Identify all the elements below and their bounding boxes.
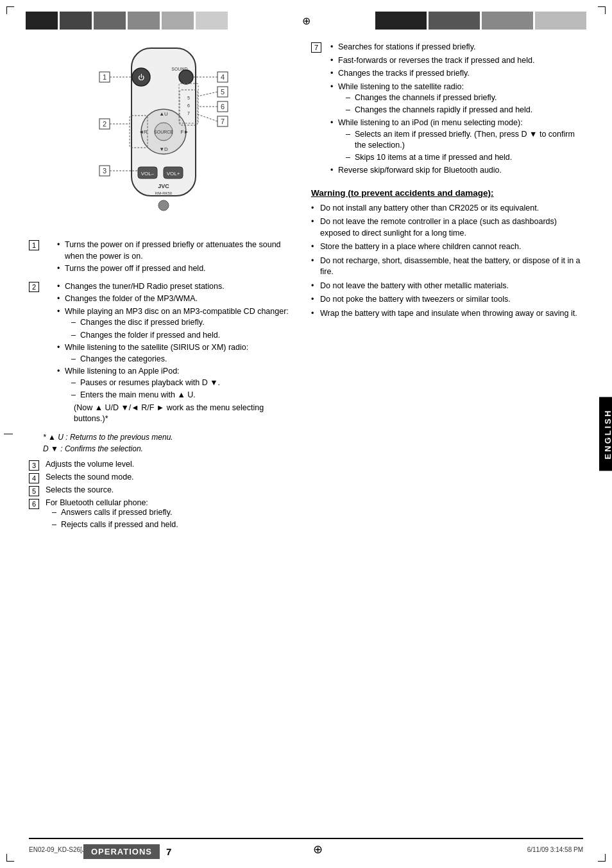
item-2-section: 2 Changes the tuner/HD Radio preset stat… (29, 281, 298, 426)
item-4-text: Selects the sound mode. (46, 473, 134, 482)
simple-items: 3 Adjusts the volume level. 4 Selects th… (29, 460, 298, 532)
warning-item: Do not recharge, short, disassemble, hea… (311, 256, 583, 278)
bottom-center: ⊕ (313, 842, 323, 856)
side-mark-left (4, 434, 13, 435)
operations-badge: OPERATIONS (83, 844, 160, 859)
corner-mark-bl (6, 854, 14, 862)
svg-text:◄R: ◄R (139, 129, 148, 135)
warning-title: Warning (to prevent accidents and damage… (311, 188, 583, 198)
top-bar: ⊕ (26, 12, 586, 30)
item-5-text: Selects the source. (46, 485, 114, 494)
num-box-3: 3 (29, 460, 39, 471)
remote-diagram: ⏻ SOUND SOURCE ◄R (80, 42, 247, 228)
list-item: While listening to an Apple iPod: Pauses… (57, 366, 298, 425)
item-4: 4 Selects the sound mode. (29, 473, 298, 483)
sub-list-item: Changes the channels if pressed briefly. (346, 92, 583, 104)
color-block-3 (94, 12, 126, 30)
warning-item: Wrap the battery with tape and insulate … (311, 308, 583, 320)
svg-text:VOL+: VOL+ (167, 171, 180, 177)
item-6-subs: Answers calls if pressed briefly. Reject… (52, 507, 178, 531)
list-item: Turns the power off if pressed and held. (57, 263, 298, 275)
sub-list-item: Changes the disc if pressed briefly. (71, 317, 298, 329)
now-line: (Now ▲ U/D ▼/◄ R/F ► work as the menu se… (65, 403, 298, 425)
warning-item: Do not leave the remote controller in a … (311, 216, 583, 239)
list-item: Changes the tracks if pressed briefly. (330, 68, 583, 80)
item-2-sub1: Changes the disc if pressed briefly. Cha… (71, 317, 298, 341)
svg-text:7: 7 (221, 117, 225, 125)
warning-item: Do not install any battery other than CR… (311, 203, 583, 214)
main-content: ⏻ SOUND SOURCE ◄R (29, 42, 583, 833)
num-box-4: 4 (29, 473, 39, 483)
sub-list-item: Selects an item if pressed briefly. (The… (346, 129, 583, 152)
num-box-7: 7 (311, 42, 321, 53)
svg-line-42 (198, 92, 217, 96)
footnote-line2: D ▼ : Confirms the selection. (43, 443, 298, 455)
list-item: Searches for stations if pressed briefly… (330, 42, 583, 53)
item-6-text: For Bluetooth cellular phone: (46, 498, 178, 507)
list-item: Changes the folder of the MP3/WMA. (57, 293, 298, 305)
svg-text:5: 5 (221, 88, 225, 96)
list-item: While listening to the satellite (SIRIUS… (57, 342, 298, 365)
item-6-content: For Bluetooth cellular phone: Answers ca… (46, 498, 178, 532)
list-item: While listening to an iPod (in menu sele… (330, 117, 583, 163)
footnote-section: * ▲ U : Returns to the previous menu. D … (43, 431, 298, 455)
item-7-section: 7 Searches for stations if pressed brief… (311, 42, 583, 178)
item-3-text: Adjusts the volume level. (46, 460, 134, 469)
color-block-r1 (375, 12, 427, 30)
svg-line-44 (198, 114, 217, 121)
svg-text:2: 2 (103, 120, 106, 128)
corner-mark-br (598, 854, 606, 862)
item-1: 1 Turns the power on if pressed briefly … (29, 239, 298, 276)
color-block-1 (26, 12, 58, 30)
list-item: While listening to the satellite radio: … (330, 82, 583, 116)
num-box-1: 1 (29, 240, 39, 250)
item-7-bullets: Searches for stations if pressed briefly… (330, 42, 583, 177)
svg-text:F►: F► (181, 129, 189, 135)
warning-list: Do not install any battery other than CR… (311, 203, 583, 320)
svg-text:6: 6 (187, 103, 190, 108)
page-number: 7 (166, 846, 171, 857)
svg-text:4: 4 (221, 73, 225, 81)
color-block-r2 (429, 12, 480, 30)
corner-mark-tr (598, 6, 606, 14)
svg-text:5: 5 (187, 96, 190, 100)
item-7-content: Searches for stations if pressed briefly… (325, 42, 583, 178)
bottom-timestamp: 6/11/09 3:14:58 PM (527, 846, 583, 853)
sub-list-item: Answers calls if pressed briefly. (52, 507, 178, 519)
color-block-4 (128, 12, 160, 30)
item-7-sub2: Selects an item if pressed briefly. (The… (346, 129, 583, 164)
bottom-line (29, 838, 583, 839)
svg-text:7: 7 (187, 111, 190, 116)
color-block-2 (60, 12, 92, 30)
sub-list-item: Rejects calls if pressed and held. (52, 519, 178, 531)
num-box-2: 2 (29, 282, 39, 292)
list-item: Turns the power on if pressed briefly or… (57, 239, 298, 262)
num-box-6: 6 (29, 499, 39, 509)
svg-text:6: 6 (221, 103, 225, 110)
warning-item: Do not leave the battery with other meta… (311, 281, 583, 292)
sub-list-item: Enters the main menu with ▲ U. (71, 390, 298, 401)
item-2: 2 Changes the tuner/HD Radio preset stat… (29, 281, 298, 426)
list-item: Changes the tuner/HD Radio preset statio… (57, 281, 298, 293)
sub-list-item: Changes the channels rapidly if pressed … (346, 105, 583, 116)
operations-badge-area: OPERATIONS 7 (83, 844, 171, 859)
item-2-content: Changes the tuner/HD Radio preset statio… (43, 281, 298, 426)
item-3: 3 Adjusts the volume level. (29, 460, 298, 471)
top-bar-right (319, 12, 586, 30)
sub-list-item: Changes the folder if pressed and held. (71, 330, 298, 342)
corner-mark-tl (6, 6, 14, 14)
right-column: 7 Searches for stations if pressed brief… (311, 42, 583, 833)
item-1-section: 1 Turns the power on if pressed briefly … (29, 239, 298, 276)
list-item: Fast-forwards or reverses the track if p… (330, 55, 583, 67)
item-2-sub2: Changes the categories. (71, 354, 298, 365)
color-block-6 (196, 12, 228, 30)
item-2-sub3: Pauses or resumes playback with D ▼. Ent… (71, 378, 298, 401)
sub-list-item: Changes the categories. (71, 354, 298, 365)
list-item: Reverse skip/forward skip for Bluetooth … (330, 165, 583, 177)
columns: ⏻ SOUND SOURCE ◄R (29, 42, 583, 833)
item-2-bullets: Changes the tuner/HD Radio preset statio… (57, 281, 298, 425)
svg-text:▼D: ▼D (159, 146, 168, 152)
english-tab: ENGLISH (599, 397, 612, 471)
left-column: ⏻ SOUND SOURCE ◄R (29, 42, 298, 833)
item-5: 5 Selects the source. (29, 485, 298, 496)
